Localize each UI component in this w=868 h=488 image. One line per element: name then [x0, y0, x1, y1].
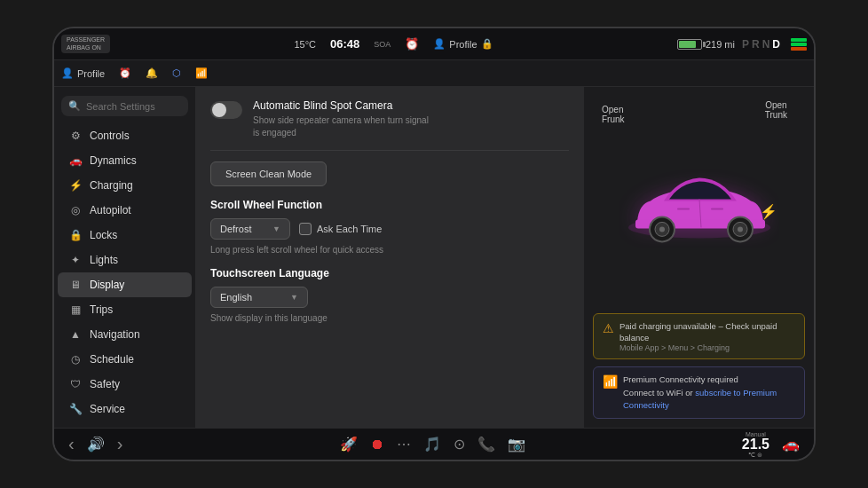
apps-icon[interactable]: ⊙: [454, 436, 465, 453]
camera-icon[interactable]: 📷: [508, 436, 525, 453]
sidebar: 🔍 ⚙ Controls 🚗 Dynamics ⚡ Charging ◎ Aut…: [54, 87, 196, 428]
chevron-down-icon: ▼: [272, 224, 280, 233]
sidebar-item-service[interactable]: 🔧 Service: [58, 397, 192, 421]
open-trunk-button[interactable]: Open Trunk: [765, 100, 787, 120]
car-illustration: ⚡: [619, 164, 779, 253]
back-button[interactable]: ‹: [68, 434, 75, 454]
alarm-tab[interactable]: ⏰: [119, 67, 131, 79]
sidebar-label-safety: Safety: [90, 378, 120, 390]
blind-spot-text: Automatic Blind Spot Camera Show side re…: [253, 99, 429, 139]
speed-value: 21.5: [742, 437, 769, 452]
sidebar-label-controls: Controls: [90, 130, 130, 142]
battery-indicator: 219 mi: [677, 39, 735, 50]
schedule-icon: ◷: [68, 353, 83, 366]
language-chevron-icon: ▼: [290, 293, 298, 302]
controls-icon: ⚙: [68, 130, 83, 142]
sidebar-item-navigation[interactable]: ▲ Navigation: [58, 322, 192, 347]
battery-bar: [677, 39, 702, 50]
scroll-hint: Long press left scroll wheel for quick a…: [210, 245, 569, 255]
bell-icon: 🔔: [146, 67, 158, 79]
service-icon: 🔧: [68, 403, 83, 415]
alarm-tab-icon: ⏰: [119, 67, 131, 79]
launch-icon[interactable]: 🚀: [340, 436, 358, 453]
range-display: 219 mi: [706, 39, 735, 50]
profile-label: Profile: [449, 39, 477, 50]
scroll-wheel-controls: Defrost ▼ Ask Each Time: [210, 218, 569, 240]
search-box[interactable]: 🔍: [61, 96, 188, 116]
top-bar-center: 15°C 06:48 SOA ⏰ 👤 Profile 🔒: [117, 37, 670, 51]
language-section: Touchscreen Language English ▼ Show disp…: [210, 267, 569, 323]
bluetooth-tab[interactable]: ⬡: [172, 67, 181, 79]
profile-tab-label: Profile: [77, 68, 105, 79]
blind-spot-description: Show side repeater camera when turn sign…: [253, 114, 429, 139]
svg-point-4: [659, 227, 665, 232]
notification-tab[interactable]: 🔔: [146, 67, 158, 79]
main-content: 🔍 ⚙ Controls 🚗 Dynamics ⚡ Charging ◎ Aut…: [54, 87, 814, 428]
language-value: English: [220, 292, 252, 303]
blind-spot-toggle[interactable]: [210, 101, 242, 119]
display-icon: 🖥: [68, 279, 83, 291]
spotify-icon[interactable]: 🎵: [423, 436, 441, 453]
volume-icon[interactable]: 🔊: [87, 436, 105, 453]
car-status-icon[interactable]: 🚗: [782, 436, 800, 453]
status-line-3: [791, 47, 807, 51]
sidebar-item-controls[interactable]: ⚙ Controls: [58, 123, 192, 148]
sidebar-item-charging[interactable]: ⚡ Charging: [58, 173, 192, 198]
forward-button[interactable]: ›: [117, 434, 123, 454]
profile-icon-small: 👤: [61, 67, 74, 79]
screen-clean-button[interactable]: Screen Clean Mode: [210, 161, 327, 186]
bottom-left-controls: ‹ 🔊 ›: [68, 434, 122, 454]
connectivity-content: Premium Connectivity required Connect to…: [623, 374, 777, 412]
lights-icon: ✦: [68, 254, 83, 266]
passenger-badge: PASSENGER AIRBAG ON: [61, 35, 110, 53]
blind-spot-setting: Automatic Blind Spot Camera Show side re…: [210, 99, 569, 151]
scroll-function-select[interactable]: Defrost ▼: [210, 218, 290, 240]
charging-icon: ⚡: [68, 179, 83, 192]
signal-tab[interactable]: 📶: [195, 67, 208, 79]
car-svg-container: ⚡: [619, 164, 779, 256]
ask-each-time-option[interactable]: Ask Each Time: [299, 223, 382, 235]
sidebar-item-autopilot[interactable]: ◎ Autopilot: [58, 198, 192, 223]
sidebar-item-safety[interactable]: 🛡 Safety: [58, 372, 192, 397]
sidebar-item-dynamics[interactable]: 🚗 Dynamics: [58, 148, 192, 173]
bottom-bar: ‹ 🔊 › 🚀 ⏺ ⋯ 🎵 ⊙ 📞 📷 Manual 21.5 ℃ ⊛ 🚗: [54, 428, 814, 460]
language-select[interactable]: English ▼: [210, 287, 308, 308]
sidebar-item-display[interactable]: 🖥 Display: [58, 272, 192, 297]
temperature-display: 15°C: [294, 39, 316, 50]
sidebar-item-schedule[interactable]: ◷ Schedule: [58, 347, 192, 372]
bottom-app-icons: 🚀 ⏺ ⋯ 🎵 ⊙ 📞 📷: [340, 436, 525, 453]
sidebar-label-autopilot: Autopilot: [90, 204, 131, 216]
sidebar-label-schedule: Schedule: [90, 353, 134, 366]
phone-icon[interactable]: 📞: [477, 436, 495, 453]
alarm-icon[interactable]: ⏰: [405, 37, 419, 51]
scroll-function-value: Defrost: [220, 224, 251, 234]
speed-unit: ℃ ⊛: [748, 452, 762, 458]
search-input[interactable]: [86, 101, 181, 112]
record-button[interactable]: ⏺: [370, 437, 384, 453]
sidebar-item-locks[interactable]: 🔒 Locks: [58, 223, 192, 248]
more-options-icon[interactable]: ⋯: [397, 436, 411, 453]
alert-warning-icon: ⚠: [603, 321, 614, 335]
bluetooth-icon: ⬡: [172, 67, 181, 79]
locks-icon: 🔒: [68, 229, 83, 241]
sidebar-item-lights[interactable]: ✦ Lights: [58, 248, 192, 272]
profile-tab[interactable]: 👤 Profile: [61, 67, 105, 79]
alert-content: Paid charging unavailable – Check unpaid…: [619, 320, 795, 353]
battery-fill: [679, 41, 696, 48]
autopilot-icon: ◎: [68, 204, 83, 216]
connectivity-prefix: Connect to WiFi or: [623, 388, 695, 397]
alert-subtext: Mobile App > Menu > Charging: [619, 343, 795, 352]
status-lines: [791, 38, 807, 51]
connectivity-notice: 📶 Premium Connectivity required Connect …: [593, 366, 805, 419]
sidebar-item-software[interactable]: ⬇ Software: [58, 421, 192, 428]
toggle-knob: [212, 103, 226, 117]
profile-button[interactable]: 👤 Profile 🔒: [433, 38, 493, 50]
open-frunk-button[interactable]: Open Frunk: [602, 105, 625, 124]
ask-each-time-checkbox[interactable]: [299, 223, 312, 235]
sidebar-item-trips[interactable]: ▦ Trips: [58, 297, 192, 322]
trips-icon: ▦: [68, 303, 83, 316]
speed-display: Manual 21.5 ℃ ⊛: [742, 431, 769, 458]
charging-lightning-icon: ⚡: [760, 204, 777, 221]
right-panel: Open Frunk Open Trunk: [583, 87, 814, 428]
language-hint: Show display in this language: [210, 313, 569, 323]
